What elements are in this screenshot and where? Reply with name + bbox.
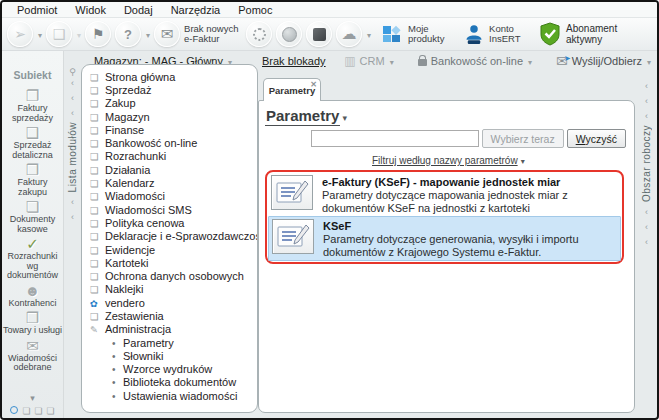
parameter-search-input[interactable] (311, 130, 479, 147)
tree-item-ustawienia-wiadomosci[interactable]: Ustawienia wiadomości (90, 389, 255, 402)
tree-item-ochrona-danych[interactable]: Ochrona danych osobowych (90, 269, 255, 282)
tree-item-rozrachunki[interactable]: Rozrachunki (90, 150, 255, 163)
cube-icon[interactable] (306, 21, 332, 47)
crm-dropdown[interactable]: CRM (344, 54, 393, 68)
wyczysc-button[interactable]: Wyczyść (567, 129, 626, 148)
cloud-dropdown-icon[interactable] (366, 28, 371, 40)
tree-item-bankowosc[interactable]: Bankowość on-line (90, 136, 255, 149)
blokada-link[interactable]: Brak blokady (262, 55, 326, 67)
tree-item-label: Wiadomości SMS (105, 204, 192, 216)
note-pencil-icon (275, 179, 309, 207)
bullet-icon (112, 350, 123, 362)
param-item-ksef[interactable]: KSeF Parametry dotyczące generowania, wy… (268, 216, 621, 261)
pin-icon[interactable] (69, 66, 76, 77)
tab-close-icon[interactable]: ✕ (310, 80, 317, 89)
tree-item-deklaracje[interactable]: Deklaracje i e-Sprawozdawczość (90, 230, 255, 243)
dokumenty-kasowe-icon: ❏ (26, 199, 39, 215)
tree-item-wiadomosci[interactable]: Wiadomości (90, 190, 255, 203)
tree-item-kartoteki[interactable]: Kartoteki (90, 256, 255, 269)
flag-icon[interactable] (85, 21, 111, 47)
menu-podmiot[interactable]: Podmiot (8, 4, 66, 16)
sidebar-item-kontrahenci[interactable]: ☻Kontrahenci (2, 282, 63, 310)
tree-item-vendero[interactable]: vendero (90, 296, 255, 309)
moje-produkty-button[interactable]: Moje produkty (381, 23, 454, 45)
collapse-chevrons (645, 206, 648, 247)
app-window: Podmiot Widok Dodaj Narzędzia Pomoc Brak… (0, 0, 659, 420)
lista-modulow-strip[interactable]: Lista modułów (65, 66, 80, 412)
filter-link[interactable]: Filtruj według nazwy parametrów (372, 155, 518, 166)
page-title-caret-icon[interactable] (340, 111, 347, 123)
menu-dodaj[interactable]: Dodaj (115, 4, 162, 16)
sidebar-item-rozrachunki[interactable]: ✓Rozrachunki wg dokumentów (2, 235, 63, 282)
help-dropdown-icon[interactable] (145, 28, 150, 40)
globe-icon[interactable] (276, 21, 302, 47)
sidebar-mini-icon-2[interactable] (34, 404, 42, 416)
bullet-icon (112, 390, 123, 402)
efaktury-mail-icon[interactable] (154, 21, 180, 47)
wiadomosci-odebrane-icon: ✉ (26, 338, 39, 354)
tree-item-label: Słowniki (123, 350, 163, 362)
open-document-button[interactable] (46, 21, 72, 47)
tab-parametry[interactable]: Parametry ✕ (263, 78, 321, 101)
tree-item-zestawienia[interactable]: Zestawienia (90, 309, 255, 322)
bankowosc-label: Bankowość on-line (431, 55, 523, 67)
tree-item-biblioteka-dokumentow[interactable]: Biblioteka dokumentów (90, 376, 255, 389)
sidebar-view-toggle-icon[interactable] (10, 406, 18, 414)
sidebar-item-sprzedaz-detaliczna[interactable]: ❑Sprzedaż detaliczna (2, 124, 63, 161)
tab-label: Parametry (269, 85, 315, 96)
tree-item-dzialania[interactable]: Działania (90, 163, 255, 176)
wybierz-teraz-button[interactable]: Wybierz teraz (482, 129, 564, 148)
tree-item-zakup[interactable]: Zakup (90, 97, 255, 110)
tree-item-parametry[interactable]: Parametry (90, 336, 255, 349)
bankowosc-dropdown[interactable]: Bankowość on-line (418, 55, 532, 67)
tree-item-administracja[interactable]: Administracja (90, 323, 255, 336)
cloud-icon[interactable] (336, 21, 362, 47)
menu-pomoc[interactable]: Pomoc (229, 4, 281, 16)
tree-item-finanse[interactable]: Finanse (90, 123, 255, 136)
sprzedaz-icon (90, 84, 105, 96)
tree-item-slowniki[interactable]: Słowniki (90, 349, 255, 362)
sidebar-mini-icon-3[interactable] (47, 404, 55, 416)
sync-icon[interactable] (246, 21, 272, 47)
page-title[interactable]: Parametry (265, 107, 340, 126)
sidebar-item-label: Kontrahenci (3, 299, 63, 309)
sidebar-item-faktury-sprzedazy[interactable]: ❐Faktury sprzedaży (2, 87, 63, 124)
open-document-dropdown-icon[interactable] (76, 28, 81, 40)
help-icon[interactable] (115, 21, 141, 47)
lista-modulow-label: Lista modułów (67, 122, 78, 192)
tree-item-wiadomosci-sms[interactable]: Wiadomości SMS (90, 203, 255, 216)
new-document-dropdown-icon[interactable] (37, 28, 42, 40)
tree-item-magazyn[interactable]: Magazyn (90, 110, 255, 123)
tree-item-sprzedaz[interactable]: Sprzedaż (90, 83, 255, 96)
menu-narzedzia[interactable]: Narzędzia (162, 4, 230, 16)
tree-item-polityka-cenowa[interactable]: Polityka cenowa (90, 216, 255, 229)
wyslij-odbierz-dropdown[interactable]: Wyślij/Odbierz (556, 53, 651, 69)
naklejki-icon (90, 283, 105, 295)
dzialania-icon (90, 164, 105, 176)
tree-item-ewidencje[interactable]: Ewidencje (90, 243, 255, 256)
abonament-status[interactable]: Abonament aktywny (539, 22, 632, 46)
sidebar-mini-icon-1[interactable] (22, 404, 30, 416)
towary-uslugi-icon: ❒ (26, 310, 39, 326)
faktury-zakupu-icon: ❒ (26, 162, 39, 178)
wiadomosci-icon (90, 190, 105, 202)
new-document-button[interactable] (7, 21, 33, 47)
konto-insert-button[interactable]: Konto InsERT (464, 23, 529, 45)
konto-insert-label: Konto InsERT (489, 24, 529, 45)
wyslij-odbierz-label: Wyślij/Odbierz (572, 55, 642, 67)
tree-item-kalendarz[interactable]: Kalendarz (90, 176, 255, 189)
sidebar-item-dokumenty-kasowe[interactable]: ❏Dokumenty kasowe (2, 198, 63, 235)
highlight-outline: e-Faktury (KSeF) - mapowanie jednostek m… (265, 170, 624, 264)
tree-item-naklejki[interactable]: Naklejki (90, 283, 255, 296)
param-item-mapowanie[interactable]: e-Faktury (KSeF) - mapowanie jednostek m… (268, 173, 621, 216)
tree-item-strona-glowna[interactable]: Strona główna (90, 70, 255, 83)
tree-item-wzorce-wydrukow[interactable]: Wzorce wydruków (90, 363, 255, 376)
sidebar-item-towary-uslugi[interactable]: ❒Towary i usługi (2, 309, 63, 337)
obszar-roboczy-strip[interactable]: Obszar roboczy (639, 66, 654, 412)
sidebar-item-faktury-zakupu[interactable]: ❒Faktury zakupu (2, 161, 63, 198)
collapse-chevrons (71, 196, 74, 222)
tree-item-label: Polityka cenowa (105, 217, 185, 229)
menu-widok[interactable]: Widok (66, 4, 115, 16)
sidebar-item-wiadomosci-odebrane[interactable]: ✉Wiadomości odebrane (2, 337, 63, 374)
sidebar-more-icon[interactable] (30, 391, 35, 403)
